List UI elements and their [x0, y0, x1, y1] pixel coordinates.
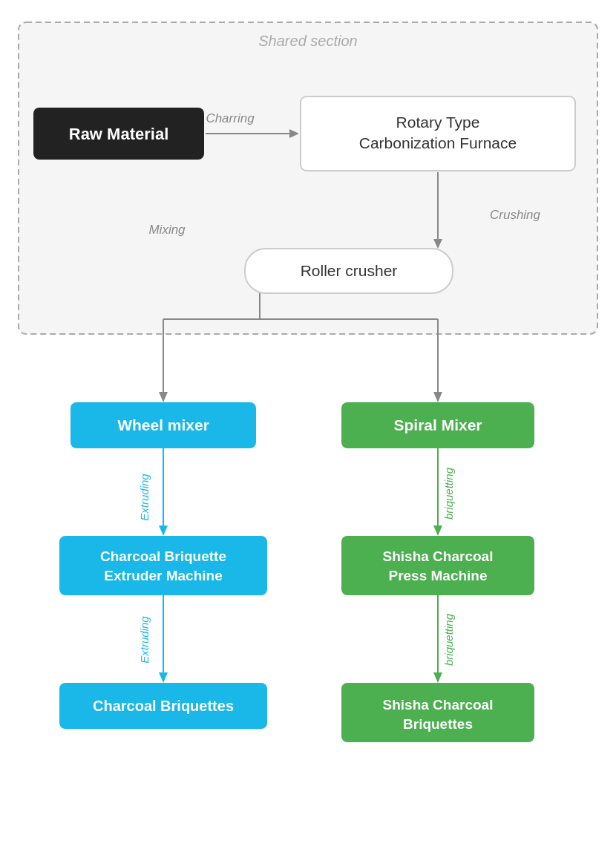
svg-marker-26	[433, 672, 442, 683]
shisha-briquettes-label2: Briquettes	[403, 716, 473, 732]
roller-crusher-label: Roller crusher	[301, 262, 398, 279]
raw-material-label: Raw Material	[69, 125, 169, 143]
carbonization-furnace-label: Rotary Type	[396, 114, 480, 131]
charcoal-briquettes-label: Charcoal Briquettes	[93, 698, 234, 714]
extruding-label2: Extruding	[138, 616, 151, 664]
svg-marker-23	[433, 525, 442, 536]
press-machine-label1: Shisha Charcoal	[383, 548, 494, 564]
wheel-mixer-label: Wheel mixer	[117, 416, 209, 433]
svg-marker-16	[159, 525, 168, 536]
briquetting-label2: briquetting	[442, 613, 455, 666]
carbonization-furnace-label2: Carbonization Furnace	[359, 134, 517, 151]
svg-marker-11	[159, 392, 168, 402]
mixing-label: Mixing	[148, 223, 186, 237]
spiral-mixer-label: Spiral Mixer	[393, 416, 482, 433]
shared-section-label: Shared section	[258, 33, 357, 49]
charring-label: Charring	[206, 111, 255, 125]
extruding-label1: Extruding	[138, 474, 151, 521]
svg-marker-19	[159, 672, 168, 683]
shisha-briquettes-label1: Shisha Charcoal	[383, 697, 494, 713]
press-machine-label2: Press Machine	[388, 568, 487, 583]
extruder-machine-label1: Charcoal Briquette	[100, 548, 226, 564]
briquetting-label1: briquetting	[442, 467, 455, 520]
crushing-label: Crushing	[490, 208, 541, 222]
svg-rect-27	[341, 683, 534, 742]
extruder-machine-label2: Extruder Machine	[104, 568, 222, 583]
svg-rect-24	[341, 536, 534, 595]
svg-rect-17	[59, 536, 267, 595]
svg-marker-13	[433, 392, 442, 402]
svg-rect-4	[301, 96, 575, 171]
